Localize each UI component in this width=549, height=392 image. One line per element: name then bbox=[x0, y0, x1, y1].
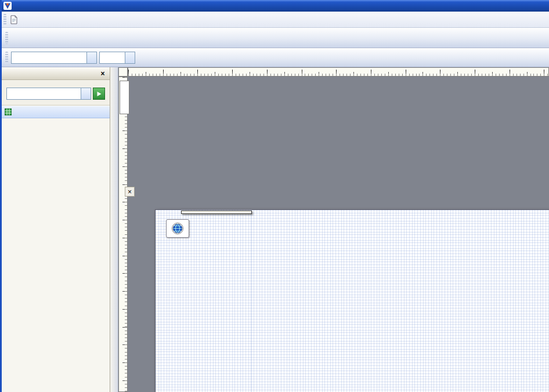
font-name-combo[interactable] bbox=[11, 52, 97, 64]
search-go-icon bbox=[96, 90, 103, 97]
root-page-shape[interactable] bbox=[166, 219, 189, 238]
titlebar[interactable] bbox=[2, 0, 549, 12]
ruler-corner bbox=[118, 67, 128, 77]
panel-splitter[interactable] bbox=[110, 67, 118, 392]
main-area: × bbox=[2, 67, 549, 392]
format-toolbar bbox=[2, 48, 549, 67]
stencil-icon bbox=[5, 108, 12, 115]
standard-toolbar bbox=[2, 28, 549, 48]
font-size-dropdown-arrow[interactable] bbox=[125, 52, 135, 63]
menubar bbox=[2, 12, 549, 28]
shapes-panel-close-button[interactable]: × bbox=[98, 69, 107, 78]
stencil-shape-list bbox=[2, 118, 110, 392]
vertical-ruler bbox=[118, 77, 128, 392]
shapes-panel: × bbox=[2, 67, 110, 392]
menubar-grip[interactable] bbox=[3, 14, 6, 25]
list-window-tab[interactable] bbox=[120, 81, 129, 114]
shape-search-dropdown-arrow[interactable] bbox=[81, 88, 91, 99]
drawing-canvas[interactable] bbox=[128, 77, 549, 392]
root-globe-icon bbox=[171, 222, 184, 235]
horizontal-ruler bbox=[128, 67, 549, 77]
shape-search-input[interactable] bbox=[6, 88, 91, 100]
drawing-page[interactable] bbox=[155, 209, 549, 392]
stencil-header[interactable] bbox=[2, 106, 110, 118]
font-size-combo[interactable] bbox=[99, 52, 135, 64]
url-tooltip bbox=[181, 210, 252, 214]
shape-search-section bbox=[2, 80, 110, 106]
font-name-dropdown-arrow[interactable] bbox=[86, 52, 96, 63]
drawing-page-icon bbox=[9, 15, 19, 24]
standard-toolbar-grip[interactable] bbox=[5, 32, 8, 44]
shape-search-go-button[interactable] bbox=[93, 88, 105, 100]
format-toolbar-grip[interactable] bbox=[5, 52, 8, 63]
visio-app-icon bbox=[3, 2, 12, 10]
visio-window: × bbox=[0, 0, 549, 392]
canvas-area: × bbox=[118, 67, 549, 392]
shapes-panel-header: × bbox=[2, 67, 110, 80]
list-window-close-button[interactable]: × bbox=[125, 187, 135, 197]
